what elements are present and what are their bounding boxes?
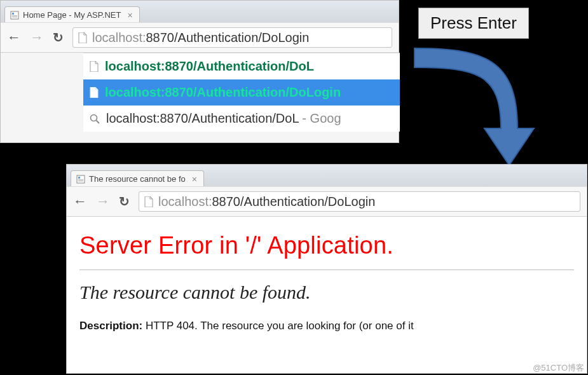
svg-rect-8: [78, 179, 83, 180]
reload-button[interactable]: ↻: [53, 30, 64, 45]
toolbar: ← → ↻ localhost:8870/Authentication/DoLo…: [1, 22, 399, 53]
error-description: Description: HTTP 404. The resource you …: [79, 320, 574, 332]
url-text: localhost:8870/Authentication/DoLogin: [92, 31, 309, 45]
suggestion-item[interactable]: localhost:8870/Authentication/DoL: [83, 53, 400, 79]
browser-tab[interactable]: The resource cannot be fo ×: [71, 170, 204, 186]
page-content: Server Error in '/' Application. The res…: [67, 217, 587, 332]
reload-button[interactable]: ↻: [119, 194, 130, 209]
description-label: Description:: [79, 320, 142, 332]
suggestion-item-selected[interactable]: localhost:8870/Authentication/DoLogin: [83, 79, 400, 106]
url-path: 8870/Authentication/DoLogin: [146, 31, 310, 44]
address-bar[interactable]: localhost:8870/Authentication/DoLogin: [139, 191, 580, 212]
tab-title: Home Page - My ASP.NET: [23, 10, 121, 20]
suggestion-text: localhost:8870/Authentication/DoL - Goog: [106, 111, 341, 126]
url-path: 8870/Authentication/DoLogin: [212, 194, 376, 208]
tab-strip: Home Page - My ASP.NET ×: [1, 1, 399, 22]
suggestion-text: localhost:8870/Authentication/DoL: [105, 59, 314, 74]
omnibox-suggestions: localhost:8870/Authentication/DoL localh…: [83, 53, 400, 132]
url-text: localhost:8870/Authentication/DoLogin: [158, 194, 375, 209]
tab-strip: The resource cannot be fo ×: [67, 165, 587, 186]
suggestion-item[interactable]: localhost:8870/Authentication/DoL - Goog: [83, 106, 400, 132]
toolbar: ← → ↻ localhost:8870/Authentication/DoLo…: [67, 186, 587, 217]
url-host: localhost:: [92, 31, 146, 44]
forward-button: →: [30, 29, 44, 46]
address-bar[interactable]: localhost:8870/Authentication/DoLogin: [72, 27, 392, 48]
svg-rect-3: [12, 17, 17, 17]
tab-title: The resource cannot be fo: [89, 174, 186, 184]
favicon-icon: [76, 175, 85, 184]
back-button[interactable]: ←: [7, 29, 21, 46]
arrow-icon: [407, 33, 553, 173]
back-button[interactable]: ←: [73, 193, 87, 210]
close-icon[interactable]: ×: [127, 11, 132, 20]
browser-tab[interactable]: Home Page - My ASP.NET ×: [4, 6, 140, 22]
svg-rect-2: [12, 15, 17, 16]
page-icon: [90, 87, 99, 98]
description-body: HTTP 404. The resource you are looking f…: [142, 320, 413, 332]
watermark: @51CTO博客: [533, 362, 584, 374]
url-host: localhost:: [158, 194, 212, 208]
suggestion-text: localhost:8870/Authentication/DoLogin: [105, 85, 341, 100]
close-icon[interactable]: ×: [192, 175, 197, 184]
search-icon: [90, 114, 100, 124]
page-icon: [90, 61, 99, 72]
svg-line-5: [97, 120, 100, 123]
favicon-icon: [10, 11, 19, 20]
svg-point-4: [91, 114, 97, 121]
divider: [79, 269, 574, 270]
error-heading: Server Error in '/' Application.: [79, 232, 574, 259]
browser-window-after: The resource cannot be fo × ← → ↻ localh…: [66, 164, 587, 374]
svg-rect-7: [78, 177, 80, 179]
error-subheading: The resource cannot be found.: [79, 282, 574, 303]
forward-button: →: [96, 193, 110, 210]
browser-window-before: Home Page - My ASP.NET × ← → ↻ localhost…: [0, 0, 399, 143]
svg-rect-9: [78, 181, 83, 181]
svg-rect-1: [12, 13, 14, 15]
page-icon: [78, 32, 87, 43]
page-icon: [144, 196, 153, 207]
